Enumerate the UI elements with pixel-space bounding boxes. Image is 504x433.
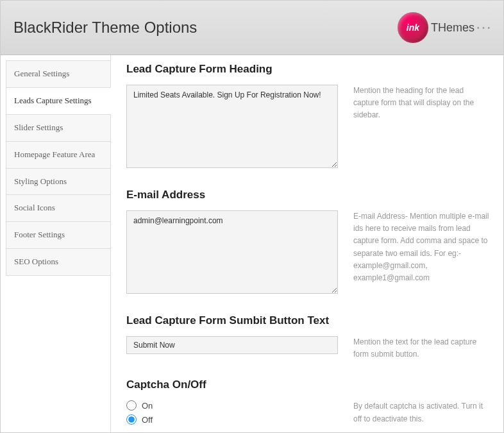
- section-title: Lead Capture Form Heading: [126, 63, 491, 76]
- help-text: Mention the text for the lead capture fo…: [353, 336, 491, 361]
- sidebar-item-styling[interactable]: Styling Options: [6, 168, 111, 195]
- sidebar-item-general[interactable]: General Settings: [6, 60, 111, 87]
- sidebar-item-footer[interactable]: Footer Settings: [6, 221, 111, 248]
- logo-text: THemes: [431, 21, 475, 35]
- header: BlackRider Theme Options ink THemes • • …: [1, 1, 503, 55]
- sidebar: General Settings Leads Capture Settings …: [1, 55, 111, 432]
- sidebar-item-social-icons[interactable]: Social Icons: [6, 194, 111, 221]
- lead-heading-textarea[interactable]: [126, 85, 338, 168]
- page-title: BlackRider Theme Options: [13, 19, 197, 37]
- email-textarea[interactable]: [126, 210, 338, 294]
- sidebar-item-leads-capture[interactable]: Leads Capture Settings: [6, 87, 111, 114]
- section-submit-text: Lead Capture Form Sumbit Button Text Men…: [126, 314, 491, 361]
- logo-dots-icon: • • •: [477, 24, 491, 31]
- submit-text-input[interactable]: [126, 336, 338, 354]
- captcha-radio-group: On Off: [126, 400, 338, 425]
- radio-label: Off: [142, 415, 153, 425]
- sidebar-item-homepage-feature[interactable]: Homepage Feature Area: [6, 141, 111, 168]
- section-title: Lead Capture Form Sumbit Button Text: [126, 314, 491, 327]
- section-title: E-mail Address: [126, 189, 491, 201]
- captcha-off-radio[interactable]: [126, 414, 137, 425]
- section-captcha: Captcha On/Off On Off By default ca: [126, 378, 491, 425]
- help-text: By default captcha is activated. Turn it…: [353, 400, 491, 425]
- content-area: Lead Capture Form Heading Mention the he…: [110, 55, 503, 432]
- help-text: E-mail Address- Mention multiple e-mail …: [353, 210, 491, 284]
- logo-icon: ink: [398, 12, 428, 43]
- section-lead-heading: Lead Capture Form Heading Mention the he…: [126, 63, 491, 171]
- brand-logo: ink THemes • • •: [398, 12, 491, 43]
- sidebar-item-slider[interactable]: Slider Settings: [6, 114, 111, 141]
- section-title: Captcha On/Off: [126, 378, 491, 391]
- sidebar-item-seo[interactable]: SEO Options: [6, 248, 111, 276]
- captcha-off-option[interactable]: Off: [126, 414, 338, 425]
- captcha-on-option[interactable]: On: [126, 400, 338, 411]
- captcha-on-radio[interactable]: [126, 400, 137, 411]
- section-email: E-mail Address E-mail Address- Mention m…: [126, 189, 491, 296]
- help-text: Mention the heading for the lead capture…: [353, 85, 491, 122]
- radio-label: On: [142, 401, 153, 411]
